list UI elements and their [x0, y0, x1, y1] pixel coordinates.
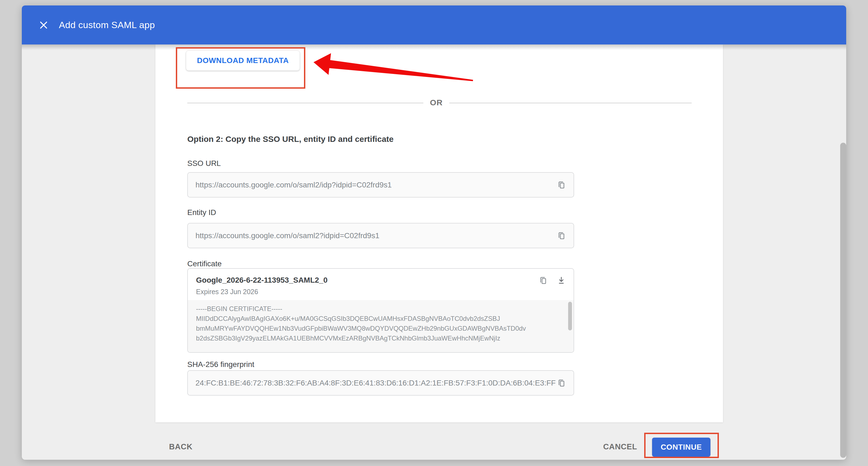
- sso-url-value: https://accounts.google.com/o/saml2/idp?…: [195, 181, 392, 190]
- or-divider-line-left: [187, 103, 423, 104]
- copy-icon: [557, 180, 566, 190]
- copy-icon: [538, 276, 548, 285]
- sha256-fingerprint-label: SHA-256 fingerprint: [187, 360, 254, 369]
- entity-id-value: https://accounts.google.com/o/saml2?idpi…: [195, 231, 379, 240]
- certificate-pem-text[interactable]: -----BEGIN CERTIFICATE----- MIIDdDCCAlyg…: [188, 300, 574, 352]
- certificate-header: Google_2026-6-22-113953_SAML2_0 Expires …: [188, 269, 574, 300]
- continue-button[interactable]: CONTINUE: [652, 438, 710, 457]
- certificate-scrollbar[interactable]: [568, 302, 572, 330]
- dialog-header: Add custom SAML app: [22, 5, 846, 45]
- option2-heading: Option 2: Copy the SSO URL, entity ID an…: [187, 135, 394, 144]
- download-metadata-button[interactable]: DOWNLOAD METADATA: [186, 51, 300, 71]
- dialog-scrollbar[interactable]: [840, 143, 846, 458]
- close-button[interactable]: [36, 18, 51, 33]
- close-icon: [39, 20, 49, 30]
- certificate-download-button[interactable]: [557, 276, 566, 286]
- certificate-copy-button[interactable]: [538, 276, 548, 286]
- certificate-name: Google_2026-6-22-113953_SAML2_0: [196, 276, 574, 285]
- certificate-expiry: Expires 23 Jun 2026: [196, 288, 574, 296]
- dialog-title: Add custom SAML app: [59, 20, 155, 30]
- fingerprint-copy-button[interactable]: [557, 378, 566, 388]
- certificate-pem-line: b2dsZSBGb3IgV29yazELMAkGA1UEBhMCVVMxEzAR…: [196, 333, 565, 343]
- certificate-label: Certificate: [187, 259, 222, 268]
- entity-copy-button[interactable]: [557, 231, 566, 240]
- sha256-fingerprint-field[interactable]: 24:FC:B1:BE:46:72:78:3B:32:F6:AB:A4:8F:3…: [187, 370, 574, 396]
- copy-icon: [557, 378, 566, 388]
- page-background: Add custom SAML app DOWNLOAD METADATA OR…: [0, 0, 868, 466]
- download-metadata-label: DOWNLOAD METADATA: [197, 56, 289, 65]
- continue-button-label: CONTINUE: [660, 443, 702, 452]
- entity-id-field[interactable]: https://accounts.google.com/o/saml2?idpi…: [187, 223, 574, 248]
- or-divider-label: OR: [423, 98, 449, 107]
- content-card: DOWNLOAD METADATA OR Option 2: Copy the …: [155, 45, 723, 423]
- download-icon: [557, 276, 566, 285]
- or-divider-line-right: [449, 103, 692, 104]
- certificate-card: Google_2026-6-22-113953_SAML2_0 Expires …: [187, 268, 574, 353]
- sso-url-field[interactable]: https://accounts.google.com/o/saml2/idp?…: [187, 172, 574, 198]
- cancel-button[interactable]: CANCEL: [603, 442, 637, 451]
- copy-icon: [557, 231, 566, 240]
- entity-id-label: Entity ID: [187, 208, 216, 217]
- dialog-footer: BACK CANCEL CONTINUE: [22, 429, 846, 460]
- add-custom-saml-app-dialog: Add custom SAML app DOWNLOAD METADATA OR…: [22, 5, 846, 460]
- sso-copy-button[interactable]: [557, 180, 566, 190]
- certificate-pem-line: MIIDdDCCAlygAwIBAgIGAXo6K+u/MA0GCSqGSIb3…: [196, 314, 565, 324]
- certificate-pem-line: bmMuMRYwFAYDVQQHEw1Nb3VudGFpbiBWaWV3MQ8w…: [196, 324, 565, 333]
- certificate-pem-line: -----BEGIN CERTIFICATE-----: [196, 304, 565, 314]
- back-button[interactable]: BACK: [169, 442, 192, 451]
- sso-url-label: SSO URL: [187, 159, 221, 168]
- sha256-fingerprint-value: 24:FC:B1:BE:46:72:78:3B:32:F6:AB:A4:8F:3…: [195, 379, 556, 387]
